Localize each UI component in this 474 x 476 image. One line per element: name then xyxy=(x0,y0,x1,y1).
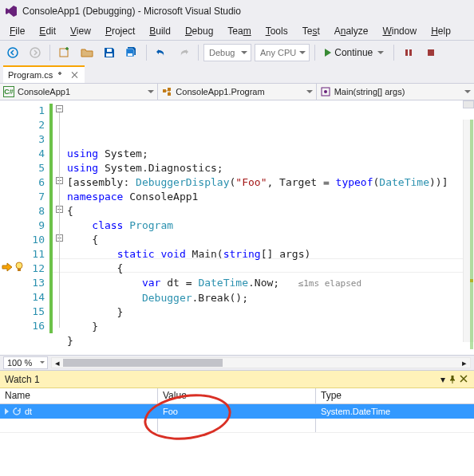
menu-test[interactable]: Test xyxy=(296,24,326,38)
svg-point-14 xyxy=(16,262,22,269)
nav-method-dropdown[interactable]: Main(string[] args) xyxy=(317,84,474,100)
class-icon xyxy=(161,86,172,97)
col-type[interactable]: Type xyxy=(316,388,474,403)
watch-type: System.DateTime xyxy=(321,407,390,416)
config-dropdown[interactable]: Debug xyxy=(203,44,251,61)
watch-value: Foo xyxy=(163,407,178,416)
nav-forward-button[interactable] xyxy=(26,43,45,62)
watch-titlebar[interactable]: Watch 1 ▾ xyxy=(0,371,474,388)
play-icon xyxy=(325,49,331,57)
break-all-button[interactable] xyxy=(399,43,418,62)
watch-header: Name Value Type xyxy=(0,388,474,404)
vs-icon xyxy=(5,5,18,18)
code-editor[interactable]: 12345678910111213141516 using System;usi… xyxy=(0,100,474,356)
svg-rect-5 xyxy=(128,53,132,56)
window-position-icon[interactable]: ▾ xyxy=(440,374,445,385)
code-area[interactable]: using System;using System.Diagnostics;[a… xyxy=(49,100,474,355)
fold-toggle[interactable] xyxy=(56,105,63,112)
platform-dropdown[interactable]: Any CPU xyxy=(255,44,310,61)
continue-button[interactable]: Continue xyxy=(320,44,389,61)
menu-help[interactable]: Help xyxy=(425,24,457,38)
nav-project-label: ConsoleApp1 xyxy=(18,87,70,96)
open-file-button[interactable] xyxy=(77,43,97,62)
col-value[interactable]: Value xyxy=(158,388,316,403)
svg-point-1 xyxy=(30,48,40,57)
watch-name: dt xyxy=(25,407,32,416)
redo-button[interactable] xyxy=(174,43,193,62)
watch-empty-row[interactable] xyxy=(0,419,474,433)
svg-rect-15 xyxy=(18,269,21,271)
watch-window: Watch 1 ▾ Name Value Type dt Foo System.… xyxy=(0,370,474,476)
chevron-down-icon xyxy=(377,51,384,57)
svg-rect-9 xyxy=(163,89,166,92)
tab-label: Program.cs xyxy=(8,70,53,80)
separator xyxy=(49,45,50,61)
close-icon[interactable] xyxy=(70,70,80,80)
expand-icon[interactable] xyxy=(5,408,9,415)
menu-analyze[interactable]: Analyze xyxy=(328,24,375,38)
menu-debug[interactable]: Debug xyxy=(179,24,219,38)
separator xyxy=(146,45,147,61)
vertical-scrollbar[interactable] xyxy=(463,120,474,342)
svg-point-13 xyxy=(324,90,327,93)
titlebar: ConsoleApp1 (Debugging) - Microsoft Visu… xyxy=(0,0,474,22)
menu-project[interactable]: Project xyxy=(99,24,141,38)
current-statement-icon xyxy=(2,262,13,273)
save-button[interactable] xyxy=(100,43,119,62)
svg-rect-10 xyxy=(168,88,171,91)
code-navbar: C# ConsoleApp1 ConsoleApp1.Program Main(… xyxy=(0,83,474,100)
document-tabs: Program.cs xyxy=(0,64,474,83)
svg-rect-4 xyxy=(107,49,112,52)
menu-view[interactable]: View xyxy=(64,24,97,38)
save-all-button[interactable] xyxy=(122,43,141,62)
separator xyxy=(393,45,394,61)
outlining-margin[interactable] xyxy=(56,104,64,333)
nav-back-button[interactable] xyxy=(3,43,22,62)
svg-rect-6 xyxy=(405,49,408,56)
tab-program-cs[interactable]: Program.cs xyxy=(3,65,85,83)
method-icon xyxy=(320,86,331,97)
line-numbers: 12345678910111213141516 xyxy=(16,100,49,355)
close-icon[interactable] xyxy=(460,375,469,384)
watch-title-label: Watch 1 xyxy=(5,374,40,385)
svg-rect-11 xyxy=(168,92,171,96)
scroll-left-icon[interactable]: ◂ xyxy=(52,358,63,368)
menubar: File Edit View Project Build Debug Team … xyxy=(0,22,474,40)
glyph-margin[interactable] xyxy=(0,100,16,355)
refresh-icon[interactable] xyxy=(12,407,22,416)
svg-point-0 xyxy=(8,48,18,57)
nav-class-dropdown[interactable]: ConsoleApp1.Program xyxy=(158,84,316,100)
menu-edit[interactable]: Edit xyxy=(33,24,62,38)
col-name[interactable]: Name xyxy=(0,388,158,403)
menu-window[interactable]: Window xyxy=(376,24,423,38)
scrollbar-thumb[interactable] xyxy=(63,359,223,367)
svg-rect-7 xyxy=(409,49,412,56)
new-project-button[interactable] xyxy=(55,43,74,62)
watch-row[interactable]: dt Foo System.DateTime xyxy=(0,404,474,419)
svg-rect-8 xyxy=(428,49,434,56)
menu-file[interactable]: File xyxy=(3,24,31,38)
menu-build[interactable]: Build xyxy=(143,24,177,38)
change-indicator xyxy=(49,104,53,333)
platform-label: Any CPU xyxy=(260,48,296,57)
watch-grid[interactable]: dt Foo System.DateTime xyxy=(0,404,474,476)
nav-project-dropdown[interactable]: C# ConsoleApp1 xyxy=(0,84,158,100)
undo-button[interactable] xyxy=(152,43,171,62)
toolbar: Debug Any CPU Continue xyxy=(0,40,474,64)
config-label: Debug xyxy=(209,48,235,57)
menu-tools[interactable]: Tools xyxy=(259,24,294,38)
pin-icon[interactable] xyxy=(448,376,456,384)
zoom-dropdown[interactable]: 100 % xyxy=(3,356,48,369)
pin-icon[interactable] xyxy=(57,71,65,79)
window-title: ConsoleApp1 (Debugging) - Microsoft Visu… xyxy=(22,6,241,17)
horizontal-scrollbar[interactable]: ◂ ▸ xyxy=(51,357,471,368)
stop-button[interactable] xyxy=(421,43,440,62)
continue-label: Continue xyxy=(334,47,373,58)
svg-rect-3 xyxy=(106,53,113,57)
scroll-right-icon[interactable]: ▸ xyxy=(459,358,470,368)
menu-team[interactable]: Team xyxy=(221,24,257,38)
separator xyxy=(198,45,199,61)
csharp-icon: C# xyxy=(3,86,14,97)
nav-class-label: ConsoleApp1.Program xyxy=(176,87,264,96)
nav-method-label: Main(string[] args) xyxy=(334,87,405,96)
